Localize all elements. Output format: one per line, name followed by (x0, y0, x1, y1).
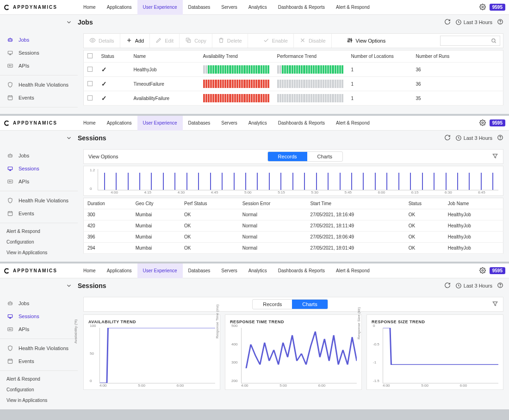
row-checkbox[interactable] (87, 67, 93, 72)
sidebar-item-events[interactable]: Events (0, 355, 78, 368)
filter-button[interactable] (492, 153, 498, 160)
nav-tab-analytics[interactable]: Analytics (243, 0, 273, 15)
nav-tab-servers[interactable]: Servers (216, 116, 242, 131)
time-range-selector[interactable]: Last 3 Hours (455, 135, 492, 141)
table-row[interactable]: 300MumbaiOKNormal27/05/2021, 18:16:49OKH… (84, 209, 503, 220)
row-checkbox[interactable] (87, 81, 93, 86)
nav-tab-user-experience[interactable]: User Experience (137, 263, 183, 278)
nav-tab-applications[interactable]: Applications (101, 263, 137, 278)
nav-tab-home[interactable]: Home (78, 116, 101, 131)
search-input[interactable] (440, 36, 500, 46)
add-button[interactable]: Add (120, 34, 150, 48)
details-button[interactable]: Details (84, 34, 120, 48)
nav-tab-alert-respond[interactable]: Alert & Respond (330, 116, 375, 131)
tab-records[interactable]: Records (253, 300, 292, 309)
nav-tab-dashboards-reports[interactable]: Dashboards & Reports (273, 263, 330, 278)
sidebar-link-view-in-applications[interactable]: View in Applications (0, 395, 78, 406)
sidebar-link-configuration[interactable]: Configuration (0, 384, 78, 395)
view-options-button[interactable]: View Options (88, 154, 118, 159)
sidebar-collapse-button[interactable] (0, 135, 78, 141)
help-button[interactable] (497, 19, 503, 26)
nav-tab-analytics[interactable]: Analytics (243, 263, 273, 278)
nav-tab-servers[interactable]: Servers (216, 0, 242, 15)
col-header[interactable]: Status (98, 50, 130, 63)
disable-button[interactable]: Disable (294, 34, 332, 48)
filter-button[interactable] (492, 301, 498, 308)
row-checkbox[interactable] (87, 95, 93, 100)
nav-tab-databases[interactable]: Databases (183, 263, 216, 278)
col-header[interactable]: Job Name (444, 198, 503, 209)
sidebar-item-hrv[interactable]: Health Rule Violations (0, 342, 78, 355)
sidebar-item-jobs[interactable]: Jobs (0, 149, 78, 162)
sidebar-item-jobs[interactable]: Jobs (0, 297, 78, 310)
nav-tab-home[interactable]: Home (78, 263, 101, 278)
col-header[interactable] (84, 50, 98, 63)
nav-tab-user-experience[interactable]: User Experience (137, 116, 183, 131)
col-header[interactable]: Geo City (132, 198, 180, 209)
table-row[interactable]: 420MumbaiOKNormal27/05/2021, 18:11:49OKH… (84, 220, 503, 232)
time-range-selector[interactable]: Last 3 Hours (455, 282, 492, 289)
nav-tab-user-experience[interactable]: User Experience (137, 0, 183, 15)
table-row[interactable]: ✓ AvailabilityFailure 1 35 (84, 91, 503, 106)
nav-tab-databases[interactable]: Databases (183, 116, 216, 131)
table-row[interactable]: 294MumbaiOKNormal27/05/2021, 18:01:49OKH… (84, 243, 503, 254)
col-header[interactable]: Name (130, 50, 199, 63)
sidebar-link-configuration[interactable]: Configuration (0, 237, 78, 247)
sidebar-item-events[interactable]: Events (0, 207, 78, 220)
col-header[interactable]: Start Time (307, 198, 405, 209)
nav-tab-alert-respond[interactable]: Alert & Respond (330, 263, 375, 278)
settings-button[interactable] (479, 119, 486, 127)
sidebar-item-events[interactable]: Events (0, 91, 78, 104)
nav-tab-applications[interactable]: Applications (101, 116, 137, 131)
sidebar-link-alert-respond[interactable]: Alert & Respond (0, 374, 78, 384)
table-row[interactable]: 396MumbaiOKNormal27/05/2021, 18:06:49OKH… (84, 232, 503, 243)
col-header[interactable]: Performance Trend (273, 50, 348, 63)
table-row[interactable]: ✓ HealthyJob 1 36 (84, 63, 503, 77)
sidebar-item-apis[interactable]: APIs (0, 175, 78, 188)
tab-charts[interactable]: Charts (307, 152, 342, 161)
sidebar-item-hrv[interactable]: Health Rule Violations (0, 194, 78, 207)
col-header[interactable]: Duration (84, 198, 132, 209)
enable-button[interactable]: Enable (257, 34, 294, 48)
sidebar-link-view-in-applications[interactable]: View in Applications (0, 247, 78, 258)
sidebar-item-hrv[interactable]: Health Rule Violations (0, 78, 78, 91)
sidebar-link-alert-respond[interactable]: Alert & Respond (0, 226, 78, 237)
sidebar-item-jobs[interactable]: Jobs (0, 33, 78, 46)
delete-button[interactable]: Delete (212, 34, 248, 48)
settings-button[interactable] (479, 4, 486, 11)
notification-badge[interactable]: 9595 (490, 4, 505, 11)
sidebar-item-sessions[interactable]: Sessions (0, 162, 78, 175)
col-header[interactable]: Availability Trend (199, 50, 273, 63)
nav-tab-alert-respond[interactable]: Alert & Respond (330, 0, 375, 15)
sidebar-item-sessions[interactable]: Sessions (0, 310, 78, 323)
col-header[interactable]: Status (405, 198, 444, 209)
nav-tab-home[interactable]: Home (78, 0, 101, 15)
nav-tab-dashboards-reports[interactable]: Dashboards & Reports (273, 0, 330, 15)
sidebar-item-apis[interactable]: APIs (0, 323, 78, 336)
col-header[interactable]: Number of Locations (348, 50, 412, 63)
col-header[interactable]: Number of Runs (412, 50, 503, 63)
sidebar-collapse-button[interactable] (0, 19, 78, 25)
help-button[interactable] (497, 282, 503, 289)
time-range-selector[interactable]: Last 3 Hours (455, 19, 492, 25)
refresh-button[interactable] (444, 282, 451, 289)
col-header[interactable]: Session Error (239, 198, 307, 209)
view-options-button[interactable]: View Options (341, 34, 391, 48)
settings-button[interactable] (479, 267, 486, 275)
help-button[interactable] (497, 134, 503, 142)
nav-tab-servers[interactable]: Servers (216, 263, 242, 278)
notification-badge[interactable]: 9595 (490, 119, 505, 126)
col-header[interactable]: Perf Status (180, 198, 239, 209)
table-row[interactable]: ✓ TimeoutFailure 1 36 (84, 77, 503, 91)
nav-tab-dashboards-reports[interactable]: Dashboards & Reports (273, 116, 330, 131)
tab-charts[interactable]: Charts (292, 300, 327, 309)
sidebar-collapse-button[interactable] (0, 282, 78, 289)
nav-tab-databases[interactable]: Databases (183, 0, 216, 15)
nav-tab-applications[interactable]: Applications (101, 0, 137, 15)
tab-records[interactable]: Records (268, 152, 307, 161)
refresh-button[interactable] (444, 19, 451, 26)
refresh-button[interactable] (444, 134, 451, 142)
copy-button[interactable]: Copy (180, 34, 212, 48)
sidebar-item-sessions[interactable]: Sessions (0, 46, 78, 59)
notification-badge[interactable]: 9595 (490, 267, 505, 274)
